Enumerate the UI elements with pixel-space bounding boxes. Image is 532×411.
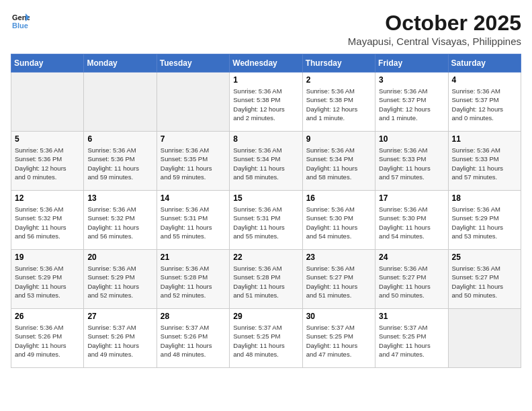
weekday-header: Friday xyxy=(375,54,448,73)
day-number: 8 xyxy=(233,134,298,144)
day-info: Sunrise: 5:36 AM Sunset: 5:30 PM Dayligh… xyxy=(379,205,444,240)
day-number: 18 xyxy=(452,193,517,203)
calendar-cell: 15Sunrise: 5:36 AM Sunset: 5:31 PM Dayli… xyxy=(230,191,302,250)
calendar-cell: 29Sunrise: 5:37 AM Sunset: 5:25 PM Dayli… xyxy=(230,309,302,368)
day-number: 20 xyxy=(87,253,152,262)
weekday-header: Thursday xyxy=(302,54,375,73)
day-info: Sunrise: 5:37 AM Sunset: 5:25 PM Dayligh… xyxy=(306,323,371,359)
location-title: Mayapusi, Central Visayas, Philippines xyxy=(348,36,521,47)
day-info: Sunrise: 5:36 AM Sunset: 5:28 PM Dayligh… xyxy=(233,264,298,300)
day-info: Sunrise: 5:36 AM Sunset: 5:36 PM Dayligh… xyxy=(15,146,80,181)
day-number: 15 xyxy=(233,193,298,203)
day-number: 28 xyxy=(161,312,226,321)
calendar-week-row: 12Sunrise: 5:36 AM Sunset: 5:32 PM Dayli… xyxy=(11,191,521,250)
calendar-week-row: 19Sunrise: 5:36 AM Sunset: 5:29 PM Dayli… xyxy=(11,250,521,309)
title-area: October 2025 Mayapusi, Central Visayas, … xyxy=(348,11,521,47)
day-info: Sunrise: 5:36 AM Sunset: 5:29 PM Dayligh… xyxy=(452,205,517,240)
calendar-cell: 30Sunrise: 5:37 AM Sunset: 5:25 PM Dayli… xyxy=(302,309,375,368)
day-number: 2 xyxy=(306,75,371,85)
day-number: 30 xyxy=(306,312,371,321)
day-info: Sunrise: 5:36 AM Sunset: 5:30 PM Dayligh… xyxy=(306,205,371,240)
day-number: 13 xyxy=(87,193,152,203)
calendar-cell: 22Sunrise: 5:36 AM Sunset: 5:28 PM Dayli… xyxy=(230,250,302,309)
day-info: Sunrise: 5:36 AM Sunset: 5:27 PM Dayligh… xyxy=(452,264,517,300)
day-info: Sunrise: 5:37 AM Sunset: 5:25 PM Dayligh… xyxy=(379,323,444,359)
day-number: 26 xyxy=(15,312,80,321)
day-number: 16 xyxy=(306,193,371,203)
day-info: Sunrise: 5:36 AM Sunset: 5:31 PM Dayligh… xyxy=(233,205,298,240)
day-info: Sunrise: 5:37 AM Sunset: 5:25 PM Dayligh… xyxy=(233,323,298,359)
day-number: 25 xyxy=(452,253,517,262)
day-number: 21 xyxy=(161,253,226,262)
day-number: 24 xyxy=(379,253,444,262)
day-info: Sunrise: 5:36 AM Sunset: 5:33 PM Dayligh… xyxy=(379,146,444,181)
day-number: 27 xyxy=(87,312,152,321)
calendar-cell: 24Sunrise: 5:36 AM Sunset: 5:27 PM Dayli… xyxy=(375,250,448,309)
day-info: Sunrise: 5:36 AM Sunset: 5:37 PM Dayligh… xyxy=(379,87,444,122)
page-header: General Blue October 2025 Mayapusi, Cent… xyxy=(11,11,521,47)
day-number: 4 xyxy=(452,75,517,85)
day-number: 14 xyxy=(161,193,226,203)
day-info: Sunrise: 5:36 AM Sunset: 5:36 PM Dayligh… xyxy=(87,146,152,181)
calendar-cell xyxy=(11,73,84,132)
calendar-cell: 11Sunrise: 5:36 AM Sunset: 5:33 PM Dayli… xyxy=(448,132,521,191)
calendar-cell: 9Sunrise: 5:36 AM Sunset: 5:34 PM Daylig… xyxy=(302,132,375,191)
calendar-week-row: 1Sunrise: 5:36 AM Sunset: 5:38 PM Daylig… xyxy=(11,73,521,132)
calendar-week-row: 26Sunrise: 5:36 AM Sunset: 5:26 PM Dayli… xyxy=(11,309,521,368)
day-number: 10 xyxy=(379,134,444,144)
day-info: Sunrise: 5:37 AM Sunset: 5:26 PM Dayligh… xyxy=(161,323,226,359)
day-number: 11 xyxy=(452,134,517,144)
calendar-cell: 25Sunrise: 5:36 AM Sunset: 5:27 PM Dayli… xyxy=(448,250,521,309)
calendar-week-row: 5Sunrise: 5:36 AM Sunset: 5:36 PM Daylig… xyxy=(11,132,521,191)
day-number: 6 xyxy=(87,134,152,144)
calendar-cell: 31Sunrise: 5:37 AM Sunset: 5:25 PM Dayli… xyxy=(375,309,448,368)
day-info: Sunrise: 5:36 AM Sunset: 5:27 PM Dayligh… xyxy=(379,264,444,300)
weekday-header: Wednesday xyxy=(230,54,302,73)
calendar-cell: 17Sunrise: 5:36 AM Sunset: 5:30 PM Dayli… xyxy=(375,191,448,250)
calendar-cell: 19Sunrise: 5:36 AM Sunset: 5:29 PM Dayli… xyxy=(11,250,84,309)
day-number: 9 xyxy=(306,134,371,144)
day-info: Sunrise: 5:36 AM Sunset: 5:35 PM Dayligh… xyxy=(161,146,226,181)
day-info: Sunrise: 5:36 AM Sunset: 5:28 PM Dayligh… xyxy=(161,264,226,300)
calendar-cell: 26Sunrise: 5:36 AM Sunset: 5:26 PM Dayli… xyxy=(11,309,84,368)
calendar-cell: 13Sunrise: 5:36 AM Sunset: 5:32 PM Dayli… xyxy=(84,191,157,250)
day-info: Sunrise: 5:36 AM Sunset: 5:29 PM Dayligh… xyxy=(15,264,80,300)
day-number: 22 xyxy=(233,253,298,262)
logo-icon: General Blue xyxy=(11,11,30,30)
calendar-cell: 6Sunrise: 5:36 AM Sunset: 5:36 PM Daylig… xyxy=(84,132,157,191)
weekday-header: Sunday xyxy=(11,54,84,73)
day-number: 7 xyxy=(161,134,226,144)
calendar-cell: 16Sunrise: 5:36 AM Sunset: 5:30 PM Dayli… xyxy=(302,191,375,250)
day-info: Sunrise: 5:36 AM Sunset: 5:34 PM Dayligh… xyxy=(233,146,298,181)
day-info: Sunrise: 5:36 AM Sunset: 5:32 PM Dayligh… xyxy=(15,205,80,240)
calendar-table: SundayMondayTuesdayWednesdayThursdayFrid… xyxy=(11,54,521,368)
day-number: 31 xyxy=(379,312,444,321)
day-number: 3 xyxy=(379,75,444,85)
day-number: 29 xyxy=(233,312,298,321)
calendar-cell xyxy=(448,309,521,368)
weekday-header-row: SundayMondayTuesdayWednesdayThursdayFrid… xyxy=(11,54,521,73)
calendar-cell: 2Sunrise: 5:36 AM Sunset: 5:38 PM Daylig… xyxy=(302,73,375,132)
calendar-cell: 27Sunrise: 5:37 AM Sunset: 5:26 PM Dayli… xyxy=(84,309,157,368)
day-number: 17 xyxy=(379,193,444,203)
day-info: Sunrise: 5:36 AM Sunset: 5:26 PM Dayligh… xyxy=(15,323,80,359)
day-info: Sunrise: 5:36 AM Sunset: 5:31 PM Dayligh… xyxy=(161,205,226,240)
day-info: Sunrise: 5:36 AM Sunset: 5:27 PM Dayligh… xyxy=(306,264,371,300)
day-number: 5 xyxy=(15,134,80,144)
calendar-cell: 1Sunrise: 5:36 AM Sunset: 5:38 PM Daylig… xyxy=(230,73,302,132)
calendar-cell: 12Sunrise: 5:36 AM Sunset: 5:32 PM Dayli… xyxy=(11,191,84,250)
day-info: Sunrise: 5:36 AM Sunset: 5:38 PM Dayligh… xyxy=(306,87,371,122)
calendar-cell: 14Sunrise: 5:36 AM Sunset: 5:31 PM Dayli… xyxy=(157,191,229,250)
weekday-header: Tuesday xyxy=(157,54,229,73)
logo: General Blue xyxy=(11,11,30,30)
day-info: Sunrise: 5:36 AM Sunset: 5:32 PM Dayligh… xyxy=(87,205,152,240)
calendar-cell: 8Sunrise: 5:36 AM Sunset: 5:34 PM Daylig… xyxy=(230,132,302,191)
day-number: 19 xyxy=(15,253,80,262)
day-info: Sunrise: 5:36 AM Sunset: 5:33 PM Dayligh… xyxy=(452,146,517,181)
day-info: Sunrise: 5:36 AM Sunset: 5:38 PM Dayligh… xyxy=(233,87,298,122)
calendar-cell: 28Sunrise: 5:37 AM Sunset: 5:26 PM Dayli… xyxy=(157,309,229,368)
calendar-cell: 4Sunrise: 5:36 AM Sunset: 5:37 PM Daylig… xyxy=(448,73,521,132)
day-number: 1 xyxy=(233,75,298,85)
weekday-header: Monday xyxy=(84,54,157,73)
day-info: Sunrise: 5:37 AM Sunset: 5:26 PM Dayligh… xyxy=(87,323,152,359)
